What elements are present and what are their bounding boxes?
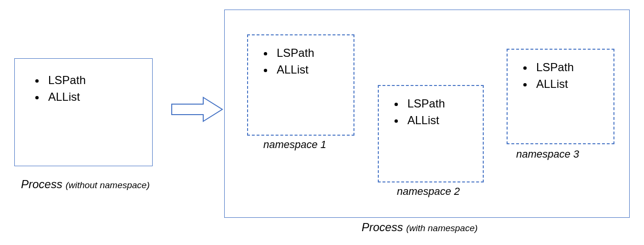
namespace-box-1: LSPath ALList — [247, 34, 354, 136]
left-process-items: LSPath ALList — [28, 72, 144, 106]
arrow-icon — [171, 96, 224, 123]
namespace-2-items: LSPath ALList — [387, 96, 478, 129]
namespace-3-items: LSPath ALList — [516, 59, 609, 93]
caption-main: Process — [362, 221, 406, 234]
namespace-box-3: LSPath ALList — [507, 49, 614, 144]
diagram-canvas: LSPath ALList Process (without namespace… — [0, 0, 644, 245]
namespace-1-label: namespace 1 — [263, 138, 326, 151]
list-item: ALList — [45, 89, 144, 106]
right-process-caption: Process (with namespace) — [362, 221, 478, 234]
list-item: LSPath — [533, 59, 609, 76]
left-process-caption: Process (without namespace) — [21, 178, 150, 191]
list-item: LSPath — [274, 45, 349, 62]
list-item: ALList — [274, 62, 349, 78]
caption-sub: (with namespace) — [406, 223, 478, 233]
list-item: ALList — [405, 112, 478, 129]
namespace-3-label: namespace 3 — [516, 148, 579, 160]
namespace-1-items: LSPath ALList — [257, 45, 349, 78]
namespace-box-2: LSPath ALList — [378, 85, 484, 182]
list-item: LSPath — [45, 72, 144, 89]
process-without-namespace-box: LSPath ALList — [14, 58, 153, 166]
caption-main: Process — [21, 178, 65, 191]
caption-sub: (without namespace) — [65, 180, 149, 190]
list-item: LSPath — [405, 96, 478, 112]
namespace-2-label: namespace 2 — [397, 185, 460, 198]
list-item: ALList — [533, 76, 609, 93]
